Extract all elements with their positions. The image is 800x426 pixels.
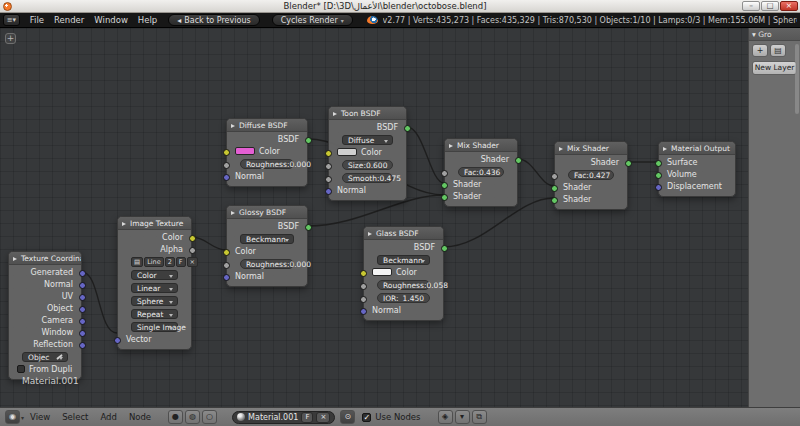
socket-normal-input[interactable] bbox=[360, 308, 367, 315]
use-nodes-toggle[interactable]: ✓ Use Nodes bbox=[362, 412, 420, 422]
distribution-dropdown[interactable]: Beckmann bbox=[240, 234, 294, 244]
socket-object-output[interactable] bbox=[79, 306, 86, 313]
panel-scrollbar[interactable] bbox=[795, 44, 799, 114]
socket-alpha-output[interactable] bbox=[189, 247, 196, 254]
snap-mode-dropdown[interactable]: ▾ bbox=[455, 410, 470, 424]
color-swatch[interactable] bbox=[337, 148, 357, 156]
node-header[interactable]: Glass BSDF bbox=[364, 227, 443, 240]
socket-normal-input[interactable] bbox=[223, 274, 230, 281]
ior-slider[interactable]: IOR:1.450 bbox=[377, 293, 430, 303]
color-swatch[interactable] bbox=[235, 147, 255, 155]
extension-dropdown[interactable]: Repeat bbox=[131, 309, 178, 319]
node-header[interactable]: Mix Shader bbox=[555, 142, 627, 155]
snap-icon[interactable]: ◈ bbox=[438, 410, 453, 424]
socket-shader-output[interactable] bbox=[515, 157, 522, 164]
roughness-slider[interactable]: Roughness:0.000 bbox=[240, 259, 294, 269]
fake-user-button[interactable]: F bbox=[301, 412, 313, 423]
node-image-texture[interactable]: Image Texture Color Alpha ▤ Line 2 F × C… bbox=[117, 216, 192, 350]
socket-volume-input[interactable] bbox=[655, 172, 662, 179]
roughness-slider[interactable]: Roughness:0.058 bbox=[377, 280, 430, 290]
socket-ior-input[interactable] bbox=[360, 296, 367, 303]
material-datablock[interactable]: Material.001 F × bbox=[232, 411, 335, 424]
use-nodes-checkbox[interactable]: ✓ bbox=[362, 413, 371, 422]
projection-dropdown[interactable]: Sphere bbox=[131, 296, 178, 306]
node-header[interactable]: Texture Coordinate bbox=[9, 252, 81, 265]
node-header[interactable]: Material Output bbox=[659, 142, 735, 155]
roughness-slider[interactable]: Roughness:0.000 bbox=[240, 159, 294, 169]
socket-roughness-input[interactable] bbox=[223, 162, 230, 169]
shader-type-world-button[interactable]: ◍ bbox=[185, 410, 200, 424]
color-swatch[interactable] bbox=[372, 268, 392, 276]
node-mix-shader-1[interactable]: Mix Shader Shader Fac:0.436 Shader Shade… bbox=[444, 138, 518, 207]
node-header[interactable]: Glossy BSDF bbox=[227, 206, 307, 219]
socket-shader-input-1[interactable] bbox=[441, 182, 448, 189]
fac-slider[interactable]: Fac:0.436 bbox=[458, 167, 504, 177]
material-name-field[interactable]: Material.001 bbox=[248, 413, 298, 422]
back-to-previous-button[interactable]: ◂ Back to Previous bbox=[168, 14, 259, 26]
socket-size-input[interactable] bbox=[325, 163, 332, 170]
socket-bsdf-output[interactable] bbox=[305, 224, 312, 231]
node-mix-shader-2[interactable]: Mix Shader Shader Fac:0.427 Shader Shade… bbox=[554, 141, 628, 210]
socket-window-output[interactable] bbox=[79, 330, 86, 337]
maximize-button[interactable]: □ bbox=[761, 1, 779, 11]
component-dropdown[interactable]: Diffuse bbox=[342, 135, 393, 145]
socket-camera-output[interactable] bbox=[79, 318, 86, 325]
socket-displacement-input[interactable] bbox=[655, 184, 662, 191]
size-slider[interactable]: Size:0.600 bbox=[342, 160, 393, 170]
menu-select[interactable]: Select bbox=[56, 412, 94, 422]
node-header[interactable]: Image Texture bbox=[118, 217, 191, 230]
socket-bsdf-output[interactable] bbox=[441, 245, 448, 252]
from-dupli-checkbox[interactable] bbox=[17, 365, 25, 373]
users-count-button[interactable]: 2 bbox=[165, 257, 175, 267]
socket-uv-output[interactable] bbox=[79, 294, 86, 301]
menu-node[interactable]: Node bbox=[123, 412, 157, 422]
socket-bsdf-output[interactable] bbox=[404, 125, 411, 132]
unlink-material-button[interactable]: × bbox=[316, 412, 330, 423]
gp-data-add-button[interactable]: + bbox=[752, 44, 768, 57]
interpolation-dropdown[interactable]: Linear bbox=[131, 283, 178, 293]
socket-color-input[interactable] bbox=[223, 249, 230, 256]
socket-shader-output[interactable] bbox=[625, 160, 632, 167]
socket-normal-input[interactable] bbox=[325, 188, 332, 195]
socket-color-input[interactable] bbox=[223, 149, 230, 156]
new-layer-button[interactable]: New Layer bbox=[752, 61, 797, 75]
smooth-slider[interactable]: Smooth:0.475 bbox=[342, 173, 393, 183]
fac-slider[interactable]: Fac:0.427 bbox=[568, 170, 614, 180]
socket-shader-input-2[interactable] bbox=[551, 197, 558, 204]
node-toon-bsdf[interactable]: Toon BSDF BSDF Diffuse Color Size:0.600 … bbox=[328, 106, 407, 201]
socket-generated-output[interactable] bbox=[79, 270, 86, 277]
node-editor-canvas[interactable]: + Texture Coordinate Generated Normal UV… bbox=[0, 28, 748, 407]
object-selector-field[interactable]: Objec bbox=[22, 352, 68, 362]
menu-view[interactable]: View bbox=[24, 412, 56, 422]
node-material-output[interactable]: Material Output Surface Volume Displacem… bbox=[658, 141, 736, 197]
image-name-field[interactable]: Line bbox=[144, 257, 164, 267]
socket-shader-input-2[interactable] bbox=[441, 194, 448, 201]
socket-fac-input[interactable] bbox=[551, 173, 558, 180]
socket-color-output[interactable] bbox=[189, 235, 196, 242]
socket-normal-input[interactable] bbox=[223, 174, 230, 181]
pin-icon[interactable]: ⊙ bbox=[340, 410, 355, 424]
socket-color-input[interactable] bbox=[325, 150, 332, 157]
distribution-dropdown[interactable]: Beckmann bbox=[377, 255, 430, 265]
gp-data-browse-button[interactable]: ▤ bbox=[770, 44, 786, 57]
menu-help[interactable]: Help bbox=[133, 15, 162, 25]
image-browse-button[interactable]: ▤ bbox=[131, 257, 143, 267]
node-header[interactable]: Diffuse BSDF bbox=[227, 119, 307, 132]
node-header[interactable]: Mix Shader bbox=[445, 139, 517, 152]
node-texture-coordinate[interactable]: Texture Coordinate Generated Normal UV O… bbox=[8, 251, 82, 380]
menu-file[interactable]: File bbox=[25, 15, 49, 25]
unlink-button[interactable]: × bbox=[187, 257, 198, 267]
node-header[interactable]: Toon BSDF bbox=[329, 107, 406, 120]
minimize-button[interactable]: – bbox=[742, 1, 760, 11]
socket-roughness-input[interactable] bbox=[360, 283, 367, 290]
node-glass-bsdf[interactable]: Glass BSDF BSDF Beckmann Color Roughness… bbox=[363, 226, 444, 321]
socket-smooth-input[interactable] bbox=[325, 176, 332, 183]
grease-pencil-panel-header[interactable]: ▾ Gro bbox=[749, 28, 800, 41]
region-expand-icon[interactable]: + bbox=[5, 33, 16, 44]
socket-roughness-input[interactable] bbox=[223, 262, 230, 269]
copy-node-group-icon[interactable]: ⧉ bbox=[472, 410, 487, 424]
close-button[interactable]: × bbox=[780, 1, 798, 11]
socket-surface-input[interactable] bbox=[655, 160, 662, 167]
shader-type-object-button[interactable]: ● bbox=[168, 410, 183, 424]
eyedropper-icon[interactable] bbox=[56, 354, 63, 360]
